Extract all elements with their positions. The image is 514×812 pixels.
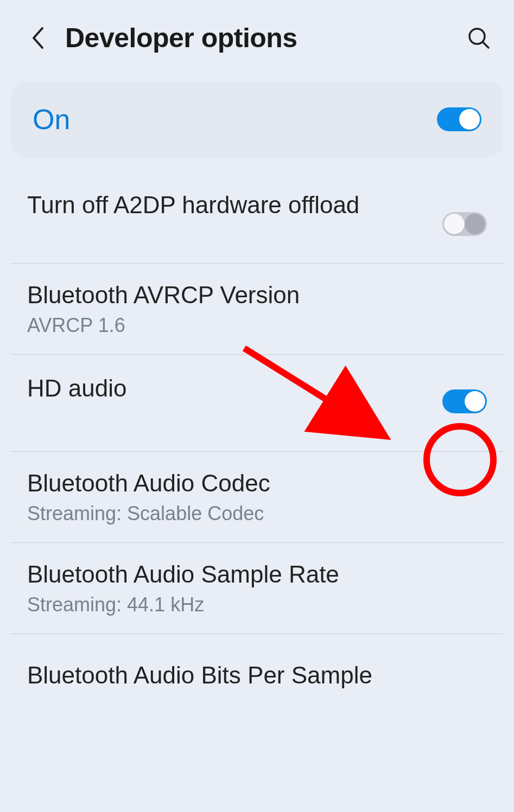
page-title: Developer options <box>65 22 465 54</box>
setting-sample-rate[interactable]: Bluetooth Audio Sample Rate Streaming: 4… <box>11 543 503 634</box>
svg-line-1 <box>483 42 488 48</box>
setting-audio-codec[interactable]: Bluetooth Audio Codec Streaming: Scalabl… <box>11 452 503 543</box>
a2dp-toggle-switch[interactable] <box>442 212 487 236</box>
setting-avrcp-version[interactable]: Bluetooth AVRCP Version AVRCP 1.6 <box>11 264 503 355</box>
app-header: Developer options <box>0 0 514 76</box>
chevron-left-icon <box>30 26 46 50</box>
search-button[interactable] <box>465 24 492 52</box>
setting-title: HD audio <box>27 374 442 403</box>
setting-hd-audio[interactable]: HD audio <box>11 355 503 452</box>
back-button[interactable] <box>27 27 49 49</box>
setting-subtitle: Streaming: Scalable Codec <box>27 502 487 525</box>
setting-title: Turn off A2DP hardware offload <box>27 191 442 220</box>
setting-title: Bluetooth AVRCP Version <box>27 281 487 310</box>
master-toggle-switch[interactable] <box>437 107 481 131</box>
setting-title: Bluetooth Audio Bits Per Sample <box>27 661 487 690</box>
setting-subtitle: Streaming: 44.1 kHz <box>27 593 487 616</box>
hd-audio-toggle-switch[interactable] <box>442 389 487 413</box>
setting-a2dp-offload[interactable]: Turn off A2DP hardware offload <box>11 174 503 264</box>
setting-title: Bluetooth Audio Sample Rate <box>27 560 487 589</box>
settings-list: Turn off A2DP hardware offload Bluetooth… <box>11 174 503 699</box>
master-toggle-card[interactable]: On <box>11 81 503 157</box>
setting-title: Bluetooth Audio Codec <box>27 469 487 498</box>
search-icon <box>467 26 491 50</box>
master-toggle-label: On <box>33 103 70 136</box>
setting-subtitle: AVRCP 1.6 <box>27 314 487 337</box>
setting-bits-per-sample[interactable]: Bluetooth Audio Bits Per Sample <box>11 634 503 699</box>
